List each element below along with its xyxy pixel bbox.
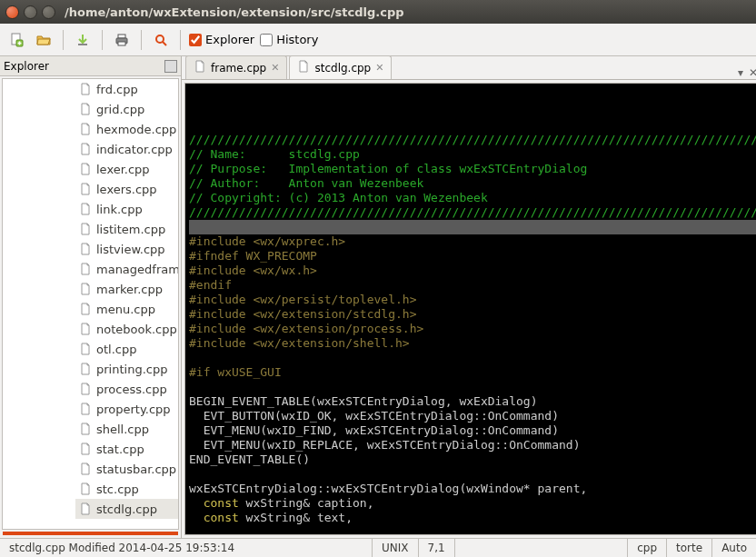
file-icon [79, 502, 92, 515]
file-icon [79, 383, 92, 395]
new-file-button[interactable] [5, 29, 27, 51]
file-name: property.cpp [96, 403, 171, 416]
file-icon [79, 363, 92, 375]
file-name: shell.cpp [96, 423, 149, 436]
open-file-button[interactable] [33, 29, 55, 51]
history-toggle[interactable]: History [260, 33, 318, 46]
file-icon [79, 403, 92, 415]
file-item[interactable]: frd.cpp [75, 79, 178, 99]
file-icon [79, 323, 92, 335]
tab[interactable]: frame.cpp✕ [185, 55, 287, 79]
file-item[interactable]: shell.cpp [75, 419, 178, 439]
close-window-button[interactable] [5, 5, 19, 19]
maximize-window-button[interactable] [42, 5, 55, 19]
file-name: managedframe.cpp [96, 263, 179, 276]
toolbar: Explorer History [0, 24, 756, 56]
code-editor[interactable]: ////////////////////////////////////////… [184, 83, 756, 535]
file-name: grid.cpp [96, 103, 144, 116]
file-icon [79, 223, 92, 235]
explorer-toggle[interactable]: Explorer [189, 33, 254, 46]
print-button[interactable] [111, 29, 133, 51]
file-item[interactable]: statusbar.cpp [75, 459, 178, 479]
save-button[interactable] [72, 29, 94, 51]
history-toggle-label: History [276, 33, 318, 46]
status-encoding: UNIX [373, 539, 419, 557]
file-item[interactable]: lexers.cpp [75, 179, 178, 199]
file-item[interactable]: otl.cpp [75, 339, 178, 359]
file-item[interactable]: menu.cpp [75, 299, 178, 319]
window-controls [5, 5, 55, 19]
file-item[interactable]: stcdlg.cpp [75, 499, 178, 519]
status-language: cpp [628, 539, 667, 557]
file-item[interactable]: printing.cpp [75, 359, 178, 379]
file-icon [79, 183, 92, 195]
svg-rect-2 [118, 35, 125, 38]
window-title: /home/anton/wxExtension/extension/src/st… [65, 5, 404, 19]
file-item[interactable]: listview.cpp [75, 239, 178, 259]
file-icon [79, 482, 92, 495]
file-icon [79, 83, 92, 95]
minimize-window-button[interactable] [24, 5, 37, 19]
svg-rect-4 [118, 42, 125, 45]
file-name: stc.cpp [96, 482, 139, 496]
file-item[interactable]: lexer.cpp [75, 159, 178, 179]
file-icon [79, 263, 92, 275]
file-name: lexer.cpp [96, 163, 150, 176]
file-item[interactable]: notebook.cpp [75, 319, 178, 339]
file-name: lexers.cpp [96, 183, 157, 196]
file-item[interactable]: process.cpp [75, 379, 178, 399]
file-name: stcdlg.cpp [96, 502, 157, 516]
file-item[interactable]: stc.cpp [75, 479, 178, 499]
tab-bar: frame.cpp✕stcdlg.cpp✕ ▾ ✕ [182, 56, 756, 80]
file-name: hexmode.cpp [96, 123, 176, 136]
file-item[interactable]: listitem.cpp [75, 219, 178, 239]
file-icon [194, 60, 206, 75]
tab-close-button[interactable]: ✕ [271, 62, 279, 74]
file-item[interactable]: grid.cpp [75, 99, 178, 119]
file-icon [79, 203, 92, 215]
status-spacer [455, 539, 629, 557]
file-item[interactable]: stat.cpp [75, 439, 178, 459]
file-name: statusbar.cpp [96, 463, 176, 476]
explorer-dock-button[interactable] [164, 60, 177, 73]
file-item[interactable]: property.cpp [75, 399, 178, 419]
tab[interactable]: stcdlg.cpp✕ [289, 55, 392, 79]
tab-menu-button[interactable]: ▾ [738, 66, 743, 79]
explorer-panel: Explorer frd.cppgrid.cpphexmode.cppindic… [0, 56, 182, 538]
toolbar-separator [180, 30, 181, 50]
tab-bar-controls: ▾ ✕ [738, 66, 756, 79]
file-icon [297, 60, 310, 75]
file-icon [79, 423, 92, 435]
toolbar-separator [63, 30, 64, 50]
file-item[interactable]: managedframe.cpp [75, 259, 178, 279]
tab-label: frame.cpp [211, 62, 266, 75]
file-name: otl.cpp [96, 343, 136, 356]
tab-close-button[interactable]: ✕ [375, 62, 383, 74]
find-button[interactable] [150, 29, 172, 51]
file-name: marker.cpp [96, 283, 163, 296]
history-checkbox[interactable] [260, 34, 273, 46]
explorer-accent [3, 532, 178, 535]
tab-close-all-button[interactable]: ✕ [749, 66, 756, 79]
file-icon [79, 143, 92, 155]
file-icon [79, 243, 92, 255]
file-item[interactable]: indicator.cpp [75, 139, 178, 159]
tab-label: stcdlg.cpp [314, 62, 371, 75]
file-name: link.cpp [96, 203, 143, 216]
toolbar-separator [141, 30, 142, 50]
file-item[interactable]: link.cpp [75, 199, 178, 219]
file-icon [79, 103, 92, 115]
explorer-header: Explorer [0, 56, 181, 76]
explorer-title: Explorer [4, 60, 49, 73]
file-list[interactable]: frd.cppgrid.cpphexmode.cppindicator.cppl… [2, 78, 179, 530]
file-item[interactable]: marker.cpp [75, 279, 178, 299]
file-icon [79, 163, 92, 175]
status-theme: torte [667, 539, 712, 557]
status-file: stcdlg.cpp Modified 2014-04-25 19:53:14 [0, 539, 373, 557]
file-name: notebook.cpp [96, 323, 177, 336]
file-name: frd.cpp [96, 83, 138, 96]
file-name: listview.cpp [96, 243, 165, 256]
explorer-checkbox[interactable] [189, 34, 202, 46]
file-item[interactable]: hexmode.cpp [75, 119, 178, 139]
status-mode: Auto [712, 539, 756, 557]
